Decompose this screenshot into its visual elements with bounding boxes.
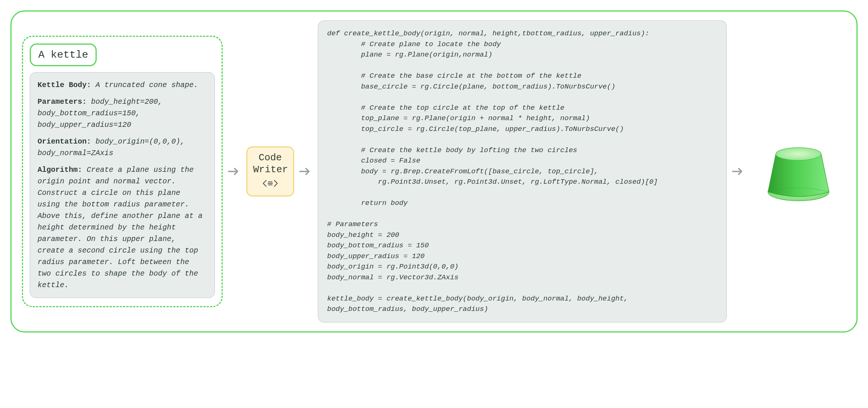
truncated-cone-icon (763, 136, 834, 207)
spec-body-desc: A truncated cone shape. (96, 81, 198, 89)
arrow-icon (732, 166, 745, 177)
node-label-line2: Writer (253, 164, 287, 176)
render-output (751, 136, 846, 207)
code-writer-node: Code Writer (246, 147, 294, 197)
spec-algorithm-label: Algorithm: (38, 166, 82, 174)
arrow-icon (299, 166, 313, 177)
arrow-icon (228, 166, 241, 177)
pipeline-container: A kettle Kettle Body: A truncated cone s… (10, 10, 858, 332)
spec-orientation-label: Orientation: (38, 137, 91, 146)
svg-point-1 (776, 148, 821, 160)
spec-body: Kettle Body: A truncated cone shape. (38, 79, 207, 91)
code-output-panel: def create_kettle_body(origin, normal, h… (318, 20, 727, 322)
spec-orientation: Orientation: body_origin=(0,0,0), body_n… (38, 136, 207, 159)
spec-body-label: Kettle Body: (38, 81, 91, 89)
spec-parameters: Parameters: body_height=200, body_bottom… (38, 96, 207, 131)
spec-parameters-label: Parameters: (38, 97, 87, 106)
object-title-chip: A kettle (30, 44, 97, 66)
spec-algorithm-desc: Create a plane using the origin point an… (38, 166, 203, 289)
spec-panel: Kettle Body: A truncated cone shape. Par… (30, 72, 215, 298)
code-icon (262, 178, 279, 189)
input-spec-group: A kettle Kettle Body: A truncated cone s… (22, 36, 223, 307)
spec-algorithm: Algorithm: Create a plane using the orig… (38, 164, 207, 291)
node-label-line1: Code (253, 152, 287, 164)
